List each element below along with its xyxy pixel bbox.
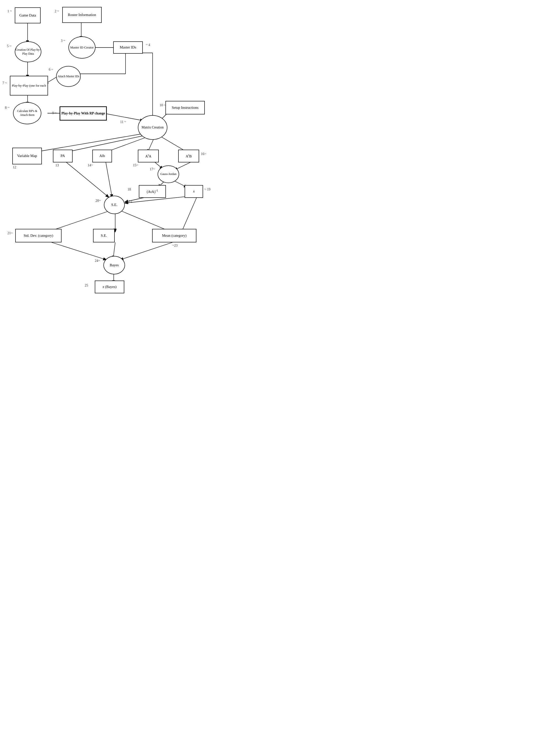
diagram: Game Data 1 ~ Roster Information 2 ~ Mas… [0, 0, 222, 300]
alb-label: Alb [99, 154, 105, 159]
label-4: ~ 4 [146, 43, 150, 47]
setup-instructions-node: Setup Instructions [165, 101, 205, 114]
label-9: 9 ~ [52, 111, 57, 115]
ata-inv-label: (AtA)-1 [147, 188, 158, 194]
x-bayes-node: x (Bayes) [95, 280, 124, 293]
label-22: ~ 22 [126, 200, 132, 204]
arrow-alb-se [106, 162, 112, 197]
creation-play-label: Creation Of Play-by-Play Data [15, 48, 41, 55]
gauss-jordan-label: Gauss-Jordan [160, 172, 176, 176]
se-rect-node: S.E. [93, 229, 115, 243]
bayes-label: Bayes [110, 263, 119, 268]
master-id-creator-node: Master ID Creator [68, 37, 95, 59]
label-24: 24~ [95, 259, 100, 263]
arrow-mc-vm [32, 134, 140, 153]
play-by-play-label: Play-by-Play (one for each [12, 84, 46, 88]
setup-instructions-label: Setup Instructions [172, 105, 199, 110]
alb-node: Alb [92, 150, 112, 162]
label-7: 7 ~ [2, 81, 7, 85]
bayes-node: Bayes [104, 256, 125, 274]
master-ids-node: Master IDs [113, 41, 143, 54]
label-3: 3 ~ [61, 39, 65, 43]
label-1: 1 ~ [7, 9, 12, 13]
label-19: ~ 19 [204, 187, 210, 191]
atb-label: AtB [185, 153, 192, 159]
ata-inv-node: (AtA)-1 [139, 185, 166, 198]
label-23: ~23 [172, 244, 178, 248]
master-id-creator-label: Master ID Creator [70, 46, 93, 50]
std-dev-node: Std. Dev. (category) [15, 229, 62, 243]
arrow-atb-gj [175, 162, 190, 170]
play-by-play-node: Play-by-Play (one for each [10, 76, 48, 95]
pa-node: PA [53, 150, 73, 162]
x-node: x [185, 185, 203, 198]
arrow-std-bayes [52, 243, 106, 260]
game-data-node: Game Data [15, 7, 41, 23]
attach-master-label: Attach Master IDs [58, 74, 80, 78]
matrix-creation-label: Matrix Creation [141, 125, 164, 130]
label-18: 18 [128, 187, 131, 191]
mean-cat-label: Mean (category) [162, 233, 186, 238]
se-circle-node: S.E. [104, 196, 125, 214]
label-14: 14~ [88, 163, 93, 167]
gauss-jordan-node: Gauss-Jordan [158, 165, 179, 183]
atb-node: AtB [178, 150, 199, 162]
ata-label: AtA [145, 153, 151, 159]
label-8: 8 ~ [5, 106, 9, 110]
play-rp-change-node: Play-by-Play With RP change [60, 106, 107, 120]
label-6: 6 ~ [49, 68, 53, 72]
label-11: 11 ~ [120, 120, 126, 124]
label-13: 13 [55, 163, 59, 167]
arrow-mean-bayes [120, 243, 172, 260]
label-2: 2 ~ [54, 9, 59, 13]
calc-rp-node: Calculate RP's & Attach them [13, 102, 41, 124]
arrow-se-std [49, 210, 111, 231]
game-data-label: Game Data [19, 13, 36, 18]
creation-play-node: Creation Of Play-by-Play Data [15, 41, 41, 62]
std-dev-label: Std. Dev. (category) [24, 233, 53, 238]
label-21: 21~ [7, 231, 13, 235]
label-17: 17~ [150, 167, 155, 171]
label-16: 16~ [201, 152, 206, 156]
se-circle-label: S.E. [111, 203, 117, 207]
master-ids-label: Master IDs [120, 45, 136, 50]
variable-map-label: Variable Map [17, 154, 37, 159]
x-bayes-label: x (Bayes) [103, 284, 116, 290]
label-10: 10 ~ [159, 104, 166, 107]
label-25: 25 [85, 283, 88, 288]
arrow-pa-se [66, 162, 108, 197]
mean-cat-node: Mean (category) [152, 229, 196, 243]
variable-map-node: Variable Map [12, 148, 42, 164]
matrix-creation-node: Matrix Creation [138, 115, 167, 140]
play-rp-change-label: Play-by-Play With RP change [61, 111, 105, 116]
label-20: 20~ [95, 199, 101, 203]
arrow-9-mc [104, 113, 143, 120]
roster-info-label: Roster Information [68, 13, 96, 18]
arrow-se-mean [120, 210, 170, 231]
se-rect-label: S.E. [101, 233, 107, 238]
roster-info-node: Roster Information [62, 7, 102, 23]
calc-rp-label: Calculate RP's & Attach them [14, 109, 41, 117]
label-12: 12 [13, 165, 16, 169]
label-15: 15~ [133, 163, 138, 167]
pa-label: PA [61, 154, 65, 159]
ata-node: AtA [138, 150, 159, 162]
label-5: 5 ~ [7, 44, 11, 48]
x-label: x [193, 189, 195, 194]
attach-master-node: Attach Master IDs [56, 66, 81, 87]
